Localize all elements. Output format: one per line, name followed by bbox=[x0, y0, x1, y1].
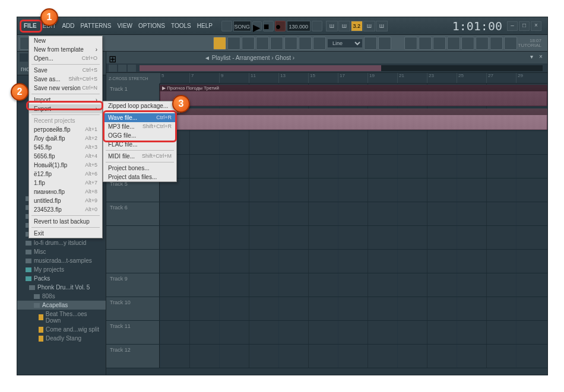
file-menu-item[interactable]: Import› bbox=[29, 95, 102, 104]
file-menu-item[interactable]: 1.flpAlt+7 bbox=[29, 179, 102, 187]
playlist-tool-icon[interactable] bbox=[129, 53, 137, 62]
file-menu-item[interactable]: 5656.flpAlt+4 bbox=[29, 152, 102, 161]
file-menu-item[interactable]: ё12.flpAlt+6 bbox=[29, 170, 102, 179]
file-menu-item[interactable]: пианино.flpAlt+8 bbox=[29, 187, 102, 196]
tool-icon[interactable] bbox=[490, 37, 503, 50]
pattern-btn-5[interactable]: Ш bbox=[376, 21, 388, 31]
file-menu-item[interactable]: Save new versionCtrl+N bbox=[29, 84, 102, 93]
file-menu-item[interactable]: SaveCtrl+S bbox=[29, 66, 102, 75]
playlist-nav-icon[interactable] bbox=[109, 65, 117, 72]
track-content[interactable] bbox=[160, 179, 547, 202]
track-content[interactable] bbox=[160, 321, 547, 344]
track-header[interactable]: Track 10 bbox=[106, 297, 160, 320]
browser-folder-open[interactable]: Packs bbox=[17, 274, 106, 283]
browser-folder[interactable]: lo-fi drum...y itslucid bbox=[17, 238, 106, 247]
pattern-btn-2[interactable]: Ш bbox=[338, 21, 350, 31]
tool-icon[interactable] bbox=[461, 37, 474, 50]
stop-button[interactable]: ■ bbox=[263, 21, 274, 31]
menu-tools[interactable]: TOOLS bbox=[168, 20, 194, 31]
tool-icon[interactable] bbox=[364, 37, 377, 50]
knob-icon[interactable] bbox=[221, 21, 232, 31]
playlist-tool-icon[interactable] bbox=[169, 53, 178, 62]
tool-icon[interactable] bbox=[447, 37, 460, 50]
tool-icon-active[interactable] bbox=[213, 37, 226, 50]
file-menu-item[interactable]: Open...Ctrl+O bbox=[29, 54, 102, 63]
playlist-close-icon[interactable]: × bbox=[537, 53, 545, 62]
tool-icon[interactable] bbox=[504, 37, 517, 50]
file-menu-item[interactable]: ретровейв.flpAlt+1 bbox=[29, 125, 102, 134]
track-content[interactable] bbox=[160, 250, 547, 273]
menu-options[interactable]: OPTIONS bbox=[135, 20, 168, 31]
audio-clip[interactable]: ▶ Прогноз Погоды Третий bbox=[160, 85, 547, 106]
playlist-tool-icon[interactable] bbox=[189, 53, 198, 62]
track-header[interactable]: Track 11 bbox=[106, 321, 160, 344]
track-content[interactable] bbox=[160, 202, 547, 225]
mode-display[interactable]: SONG bbox=[233, 21, 251, 31]
file-menu-item[interactable]: Exit bbox=[29, 229, 102, 238]
menu-file[interactable]: FILE bbox=[21, 20, 40, 31]
tool-icon[interactable] bbox=[378, 37, 391, 50]
tool-icon[interactable] bbox=[433, 37, 446, 50]
playlist-menu-icon[interactable]: ▾ bbox=[527, 53, 536, 62]
browser-folder-open[interactable]: Phonk Dru...it Vol. 5 bbox=[17, 283, 106, 292]
browser-tool-icon[interactable] bbox=[20, 53, 28, 62]
track-content[interactable] bbox=[160, 226, 547, 249]
record-button[interactable]: ● bbox=[275, 21, 286, 31]
playlist-tool-icon[interactable] bbox=[149, 53, 157, 62]
file-menu-item[interactable]: 545.flpAlt+3 bbox=[29, 143, 102, 152]
browser-folder[interactable]: My projects bbox=[17, 265, 106, 274]
tool-icon[interactable] bbox=[284, 37, 297, 50]
menu-patterns[interactable]: PATTERNS bbox=[78, 20, 115, 31]
export-menu-item[interactable]: Project data files... bbox=[103, 173, 176, 181]
tool-icon[interactable] bbox=[227, 37, 240, 50]
track-header[interactable] bbox=[106, 250, 160, 273]
browser-subfolder[interactable]: 808s bbox=[17, 292, 106, 301]
pattern-btn-3[interactable]: 3.2 bbox=[351, 21, 363, 31]
pattern-btn-1[interactable]: Ш bbox=[326, 21, 338, 31]
menu-view[interactable]: VIEW bbox=[114, 20, 135, 31]
playlist-tool-icon[interactable] bbox=[119, 53, 127, 62]
export-menu-item[interactable]: MP3 file...Shift+Ctrl+R bbox=[103, 122, 176, 131]
track-content[interactable] bbox=[160, 297, 547, 320]
file-menu-item[interactable]: Revert to last backup bbox=[29, 217, 102, 226]
track-header[interactable]: Track 12 bbox=[106, 345, 160, 368]
playlist-nav-icon[interactable] bbox=[128, 65, 136, 72]
time-display[interactable]: 1:01:00 bbox=[448, 19, 507, 33]
file-menu-item[interactable]: Save as...Shift+Ctrl+S bbox=[29, 75, 102, 84]
line-mode-select[interactable]: Line bbox=[327, 39, 363, 48]
track-content[interactable]: ▶ Прогноз Погоды Третий bbox=[160, 84, 547, 107]
menu-add[interactable]: ADD bbox=[59, 20, 77, 31]
playlist-tool-icon[interactable] bbox=[159, 53, 167, 62]
file-menu-item[interactable]: New from template› bbox=[29, 45, 102, 54]
export-menu-item[interactable]: OGG file... bbox=[103, 131, 176, 140]
file-menu-item[interactable]: 234523.flpAlt+0 bbox=[29, 205, 102, 214]
track-content[interactable]: ▶ Ghost bbox=[160, 107, 547, 130]
tool-icon[interactable] bbox=[299, 37, 312, 50]
file-menu-item[interactable]: untitled.flpAlt+9 bbox=[29, 196, 102, 205]
metronome-icon[interactable] bbox=[312, 21, 322, 31]
tool-icon[interactable] bbox=[419, 37, 432, 50]
track-header[interactable]: Track 6 bbox=[106, 202, 160, 225]
tool-icon[interactable] bbox=[270, 37, 283, 50]
playlist-tool-icon[interactable]: ⊞ bbox=[109, 53, 117, 62]
track-header[interactable]: Track 9 bbox=[106, 273, 160, 297]
track-content[interactable] bbox=[160, 131, 547, 154]
play-button[interactable]: ▶ bbox=[252, 21, 262, 31]
close-icon[interactable]: × bbox=[531, 21, 541, 31]
tool-icon[interactable] bbox=[313, 37, 326, 50]
timeline-ruler[interactable]: 57911131517192123252729 bbox=[160, 73, 547, 84]
tool-icon[interactable] bbox=[404, 37, 417, 50]
track-content[interactable] bbox=[160, 273, 547, 297]
pattern-btn-4[interactable]: Ш bbox=[363, 21, 375, 31]
browser-file[interactable]: Come and...wig split bbox=[17, 325, 106, 334]
audio-clip[interactable]: ▶ Ghost bbox=[160, 109, 547, 130]
export-menu-item[interactable]: Wave file...Ctrl+R bbox=[103, 113, 176, 122]
file-menu-item[interactable]: Export› bbox=[29, 104, 102, 113]
track-content[interactable] bbox=[160, 345, 547, 368]
browser-folder[interactable]: musicrada...t-samples bbox=[17, 256, 106, 265]
export-menu-item[interactable]: FLAC file... bbox=[103, 140, 176, 149]
tool-icon[interactable] bbox=[242, 37, 255, 50]
tool-icon[interactable] bbox=[476, 37, 489, 50]
playlist-tool-icon[interactable] bbox=[139, 53, 147, 62]
file-menu-item[interactable]: Лоу фай.flpAlt+2 bbox=[29, 134, 102, 143]
